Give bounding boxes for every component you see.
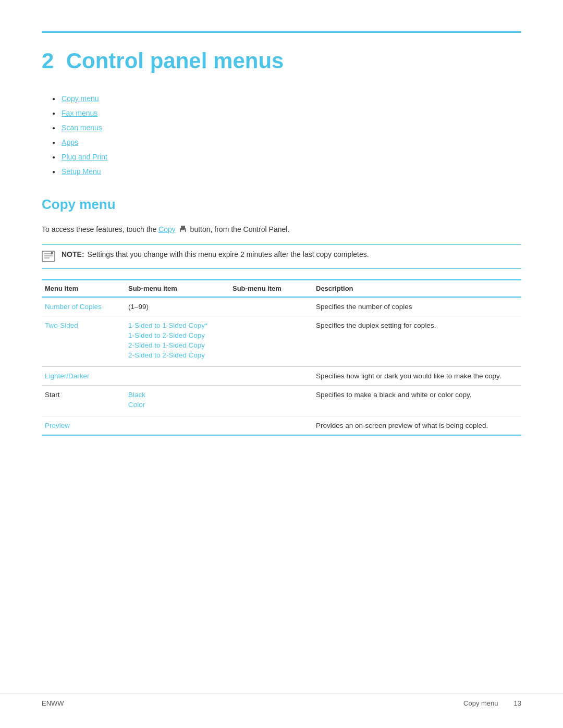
footer-page-number: 13 <box>514 699 521 707</box>
note-text: Settings that you change with this menu … <box>88 250 369 258</box>
sub1-twosided-line1: 1-Sided to 1-Sided Copy* <box>128 322 223 329</box>
menu-item-start: Start <box>42 386 125 416</box>
sub1-start: Black Color <box>125 386 229 416</box>
intro-paragraph: To access these features, touch the Copy… <box>42 225 521 235</box>
menu-table: Menu item Sub-menu item Sub-menu item De… <box>42 279 521 436</box>
toc-item-setup[interactable]: Setup Menu <box>52 167 521 176</box>
footer-left: ENWW <box>42 699 64 707</box>
sub2-preview <box>229 416 313 436</box>
sub1-start-color: Color <box>128 401 223 409</box>
sub1-twosided-line2: 1-Sided to 2-Sided Copy <box>128 331 223 339</box>
toc-item-apps[interactable]: Apps <box>52 138 521 146</box>
svg-rect-3 <box>181 230 185 230</box>
toc-link-copy[interactable]: Copy menu <box>62 94 99 103</box>
toc-link-plug[interactable]: Plug and Print <box>62 153 107 161</box>
sub1-lighter <box>125 367 229 386</box>
col-header-menu: Menu item <box>42 280 125 297</box>
sub1-preview <box>125 416 229 436</box>
table-row: Lighter/Darker Specifies how light or da… <box>42 367 521 386</box>
svg-point-4 <box>185 229 186 230</box>
desc-start: Specifies to make a black and white or c… <box>313 386 521 416</box>
toc-list: Copy menu Fax menus Scan menus Apps Plug… <box>42 94 521 176</box>
toc-item-scan[interactable]: Scan menus <box>52 124 521 132</box>
copy-link-inline[interactable]: Copy <box>158 225 176 233</box>
footer: ENWW Copy menu 13 <box>0 694 563 707</box>
sub1-twosided-line4: 2-Sided to 2-Sided Copy <box>128 351 223 359</box>
footer-right: Copy menu 13 <box>463 699 521 707</box>
top-border <box>42 31 521 33</box>
toc-link-scan[interactable]: Scan menus <box>62 124 102 132</box>
menu-item-lighter: Lighter/Darker <box>42 367 125 386</box>
note-box: NOTE: Settings that you change with this… <box>42 244 521 269</box>
footer-section-label: Copy menu <box>463 699 498 707</box>
toc-link-fax[interactable]: Fax menus <box>62 109 97 117</box>
note-icon <box>42 251 56 263</box>
menu-item-preview: Preview <box>42 416 125 436</box>
desc-twosided: Specifies the duplex setting for copies. <box>313 316 521 367</box>
col-header-desc: Description <box>313 280 521 297</box>
chapter-title: 2 Control panel menus <box>42 48 521 73</box>
sub1-twosided: 1-Sided to 1-Sided Copy* 1-Sided to 2-Si… <box>125 316 229 367</box>
table-row: Preview Provides an on-screen preview of… <box>42 416 521 436</box>
desc-lighter: Specifies how light or dark you would li… <box>313 367 521 386</box>
toc-item-plug[interactable]: Plug and Print <box>52 153 521 161</box>
sub2-copies <box>229 297 313 316</box>
table-row: Start Black Color Specifies to make a bl… <box>42 386 521 416</box>
toc-item-copy[interactable]: Copy menu <box>52 94 521 103</box>
table-row: Number of Copies (1–99) Specifies the nu… <box>42 297 521 316</box>
sub1-twosided-line3: 2-Sided to 1-Sided Copy <box>128 341 223 349</box>
sub1-start-black: Black <box>128 391 223 399</box>
printer-icon <box>179 225 187 235</box>
desc-copies: Specifies the number of copies <box>313 297 521 316</box>
sub1-copies: (1–99) <box>125 297 229 316</box>
sub2-twosided <box>229 316 313 367</box>
toc-link-setup[interactable]: Setup Menu <box>62 167 101 176</box>
desc-preview: Provides an on-screen preview of what is… <box>313 416 521 436</box>
col-header-sub2: Sub-menu item <box>229 280 313 297</box>
note-label: NOTE: <box>62 250 84 258</box>
table-header-row: Menu item Sub-menu item Sub-menu item De… <box>42 280 521 297</box>
sub2-start <box>229 386 313 416</box>
toc-link-apps[interactable]: Apps <box>62 138 78 146</box>
col-header-sub1: Sub-menu item <box>125 280 229 297</box>
menu-item-copies: Number of Copies <box>42 297 125 316</box>
copy-menu-title: Copy menu <box>42 196 521 213</box>
svg-rect-1 <box>181 226 185 228</box>
sub2-lighter <box>229 367 313 386</box>
menu-item-twosided: Two-Sided <box>42 316 125 367</box>
table-row: Two-Sided 1-Sided to 1-Sided Copy* 1-Sid… <box>42 316 521 367</box>
toc-item-fax[interactable]: Fax menus <box>52 109 521 117</box>
